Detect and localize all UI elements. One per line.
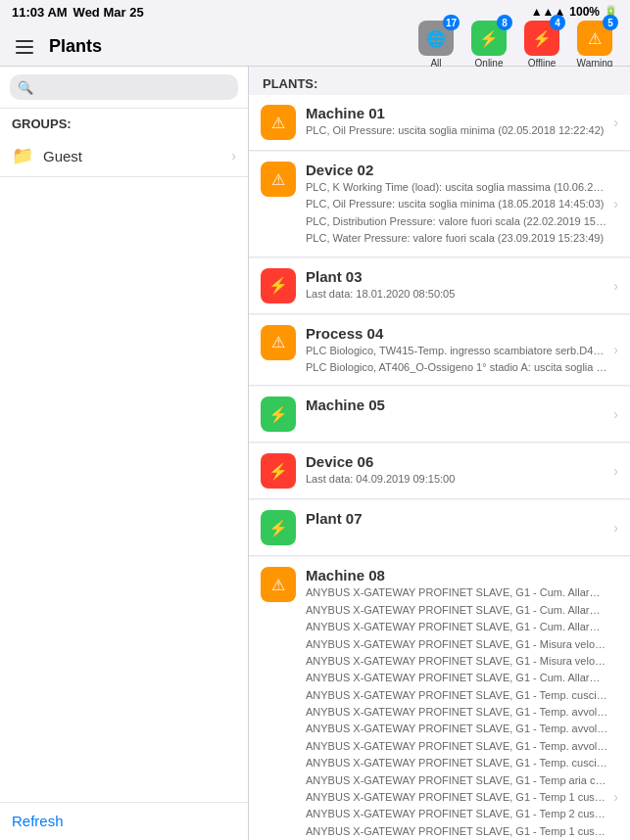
plant-info: Machine 01 PLC, Oil Pressure: uscita sog… [306,105,607,138]
plant-detail: PLC, Water Pressure: valore fuori scala … [306,231,607,246]
plant-detail: ANYBUS X-GATEWAY PROFINET SLAVE, G1 - Te… [306,807,607,821]
plant-chevron-icon: › [613,406,618,422]
plant-name: Machine 01 [306,105,607,121]
plant-detail: ANYBUS X-GATEWAY PROFINET SLAVE, G1 - Mi… [306,637,607,652]
plant-icon-wrap: ⚠ [261,105,296,140]
plant-name: Device 06 [306,453,607,470]
plant-status-icon: ⚠ [271,170,285,189]
plant-detail: ANYBUS X-GATEWAY PROFINET SLAVE, G1 - Cu… [306,620,607,634]
search-bar: 🔍 [0,67,248,109]
chevron-right-icon: › [231,148,236,163]
plant-status-icon: ⚠ [271,333,285,351]
plant-detail: ANYBUS X-GATEWAY PROFINET SLAVE, G1 - Te… [306,739,607,754]
plant-status-icon: ⚠ [271,576,285,594]
hamburger-menu[interactable] [12,36,37,58]
plant-detail: ANYBUS X-GATEWAY PROFINET SLAVE, G1 - Te… [306,722,607,736]
plant-detail: ANYBUS X-GATEWAY PROFINET SLAVE, G1 - Cu… [306,603,607,618]
folder-icon: 📁 [12,145,33,166]
all-badge: 17 [443,15,460,30]
plant-item[interactable]: ⚠ Device 02 PLC, K Working Time (load): … [249,152,630,257]
plant-detail: ANYBUS X-GATEWAY PROFINET SLAVE, G1 - Mi… [306,654,607,669]
plants-area: PLANTS: ⚠ Machine 01 PLC, Oil Pressure: … [249,67,630,840]
plant-icon-wrap: ⚡ [261,453,296,489]
plant-chevron-icon: › [613,196,618,211]
online-badge: 8 [497,15,512,30]
date-display: Wed Mar 25 [73,5,144,20]
plant-detail: ANYBUS X-GATEWAY PROFINET SLAVE, G1 - Cu… [306,671,607,685]
tab-online[interactable]: ⚡ 8 Online [465,21,512,69]
plant-detail: PLC, Oil Pressure: uscita soglia minima … [306,197,607,211]
page-title: Plants [49,36,102,57]
nav-bar: Plants 🌐 17 All ⚡ 8 Online ⚡ 4 Offline [0,23,630,67]
filter-tabs: 🌐 17 All ⚡ 8 Online ⚡ 4 Offline ⚠ 5 [412,21,618,72]
plant-info: Process 04 PLC Biologico, TW415-Temp. in… [306,325,607,376]
warning-icon: ⚠ [588,29,602,48]
tab-warning[interactable]: ⚠ 5 Warning [571,21,618,69]
search-input-wrap[interactable]: 🔍 [10,74,238,100]
plant-name: Machine 05 [306,397,607,413]
plant-name: Machine 08 [306,567,607,583]
plant-name: Device 02 [306,162,607,178]
plant-detail: PLC, Distribution Pressure: valore fuori… [306,214,607,229]
sidebar-bottom: Refresh [0,802,248,840]
plant-item[interactable]: ⚡ Plant 07 › [249,500,630,556]
sidebar: 🔍 GROUPS: 📁 Guest › Refresh [0,67,249,840]
plant-status-icon: ⚡ [268,276,288,295]
plant-info: Plant 03 Last data: 18.01.2020 08:50:05 [306,268,607,302]
plant-name: Plant 07 [306,510,607,527]
refresh-button[interactable]: Refresh [12,813,64,829]
plant-item[interactable]: ⚠ Process 04 PLC Biologico, TW415-Temp. … [249,315,630,387]
plant-chevron-icon: › [613,342,618,357]
groups-label: GROUPS: [0,109,248,135]
guest-label: Guest [43,148,231,164]
plant-icon-wrap: ⚡ [261,397,296,432]
plant-status-icon: ⚠ [271,114,285,132]
warning-badge: 5 [603,15,618,30]
plant-detail: PLC, Oil Pressure: uscita soglia minima … [306,123,607,138]
main-content: 🔍 GROUPS: 📁 Guest › Refresh PLANTS: ⚠ Ma… [0,67,630,840]
plant-chevron-icon: › [613,278,618,294]
plant-chevron-icon: › [613,463,618,479]
plant-detail: ANYBUS X-GATEWAY PROFINET SLAVE, G1 - Te… [306,705,607,720]
plant-info: Machine 05 [306,397,607,413]
sidebar-item-guest[interactable]: 📁 Guest › [0,135,248,177]
globe-icon: 🌐 [426,29,446,48]
plant-chevron-icon: › [613,520,618,536]
plant-detail: Last data: 04.09.2019 09:15:00 [306,472,607,487]
plant-icon-wrap: ⚠ [261,162,296,197]
plant-info: Machine 08 ANYBUS X-GATEWAY PROFINET SLA… [306,567,607,840]
plant-status-icon: ⚡ [268,405,288,424]
plant-item[interactable]: ⚡ Device 06 Last data: 04.09.2019 09:15:… [249,443,630,499]
plants-list: ⚠ Machine 01 PLC, Oil Pressure: uscita s… [249,95,630,840]
plant-chevron-icon: › [613,789,618,805]
plants-header: PLANTS: [249,67,630,95]
plant-detail: ANYBUS X-GATEWAY PROFINET SLAVE, G1 - Te… [306,773,607,788]
plant-detail: ANYBUS X-GATEWAY PROFINET SLAVE, G1 - Cu… [306,585,607,600]
plant-detail: Last data: 18.01.2020 08:50:05 [306,287,607,302]
plug-offline-icon: ⚡ [532,29,552,48]
offline-badge: 4 [550,15,565,30]
tab-offline[interactable]: ⚡ 4 Offline [518,21,565,69]
time-display: 11:03 AM [12,5,68,20]
plant-item[interactable]: ⚡ Machine 05 › [249,387,630,443]
plant-icon-wrap: ⚠ [261,567,296,602]
plant-status-icon: ⚡ [268,519,288,537]
search-input[interactable] [38,79,230,95]
plant-detail: ANYBUS X-GATEWAY PROFINET SLAVE, G1 - Te… [306,824,607,839]
plant-detail: ANYBUS X-GATEWAY PROFINET SLAVE, G1 - Te… [306,756,607,770]
plug-online-icon: ⚡ [479,29,499,48]
tab-all[interactable]: 🌐 17 All [412,21,460,69]
plant-item[interactable]: ⚠ Machine 01 PLC, Oil Pressure: uscita s… [249,95,630,151]
plant-icon-wrap: ⚡ [261,268,296,303]
plant-status-icon: ⚡ [268,462,288,481]
plant-item[interactable]: ⚡ Plant 03 Last data: 18.01.2020 08:50:0… [249,258,630,314]
plant-item[interactable]: ⚠ Machine 08 ANYBUS X-GATEWAY PROFINET S… [249,557,630,840]
plant-info: Device 02 PLC, K Working Time (load): us… [306,162,607,247]
plant-icon-wrap: ⚠ [261,325,296,360]
plant-detail: ANYBUS X-GATEWAY PROFINET SLAVE, G1 - Te… [306,688,607,703]
plant-info: Device 06 Last data: 04.09.2019 09:15:00 [306,453,607,487]
plant-detail: PLC, K Working Time (load): uscita sogli… [306,180,607,195]
plant-icon-wrap: ⚡ [261,510,296,545]
plant-name: Process 04 [306,325,607,342]
plant-detail: PLC Biologico, TW415-Temp. ingresso scam… [306,344,607,358]
